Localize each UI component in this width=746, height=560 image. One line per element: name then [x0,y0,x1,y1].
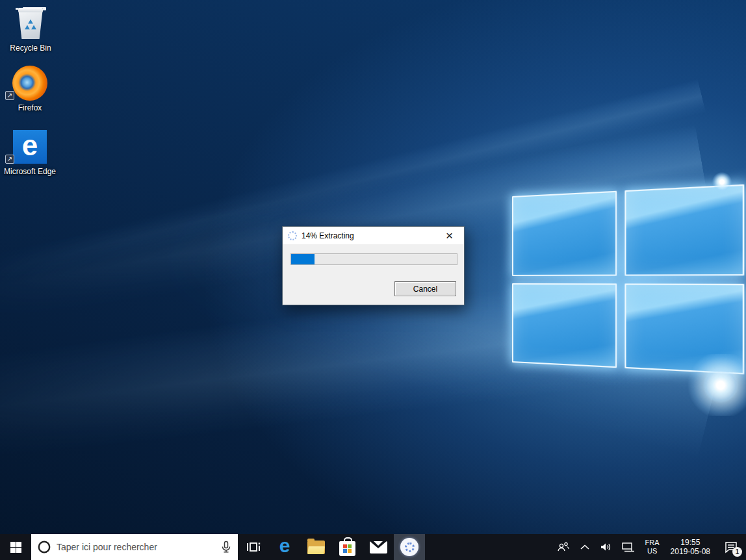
clock-time: 19:55 [680,538,700,547]
dialog-title: 14% Extracting [302,231,354,240]
task-view-icon [246,541,261,554]
dialog-titlebar[interactable]: 14% Extracting × [283,227,464,244]
tray-show-hidden-icons-button[interactable] [575,534,595,560]
windows-hero-logo [512,185,744,375]
tray-people-button[interactable] [552,534,575,560]
cortana-circle-icon [37,540,51,554]
language-code: FRA [645,539,660,547]
notification-badge: 1 [732,547,742,557]
taskbar-empty-area [425,534,552,560]
recycle-bin-icon [16,8,45,39]
extract-progress-bar [290,253,457,265]
desktop-icon-recycle-bin[interactable]: Recycle Bin [2,5,59,53]
store-icon [339,541,355,556]
search-box[interactable] [31,534,238,560]
clock-date: 2019-05-08 [671,547,710,556]
shortcut-arrow-icon: ↗ [5,91,14,100]
desktop: Recycle Bin ↗ Firefox e ↗ Microsoft Edge… [0,0,746,560]
taskbar-button-extractor-active[interactable] [394,534,425,560]
desktop-icon-firefox[interactable]: ↗ Firefox [1,65,58,112]
progress-fill [291,254,315,264]
windows-logo-pane [624,185,745,276]
tray-action-center-button[interactable]: 1 [716,534,746,560]
firefox-icon [12,66,47,101]
extractor-app-icon [288,231,297,240]
speaker-icon [599,541,612,553]
extractor-app-icon [400,538,418,556]
taskbar-button-mail[interactable] [363,534,394,560]
taskbar-button-edge[interactable]: e [269,534,300,560]
people-icon [556,541,571,553]
taskbar: e [0,534,746,560]
edge-icon: e [279,536,290,555]
start-button[interactable] [0,534,31,560]
windows-logo-pane [512,191,617,276]
tray-clock[interactable]: 19:55 2019-05-08 [665,534,716,560]
network-icon [621,541,636,553]
cancel-button[interactable]: Cancel [394,281,456,296]
tray-volume-button[interactable] [595,534,617,560]
shortcut-arrow-icon: ↗ [5,155,14,164]
tray-network-button[interactable] [617,534,640,560]
mail-icon [370,541,387,554]
windows-start-icon [10,542,21,553]
desktop-icon-label: Firefox [1,103,58,112]
edge-icon: e [13,130,47,164]
wallpaper-sparkle [712,172,732,192]
extracting-dialog: 14% Extracting × Cancel [282,226,465,305]
search-input[interactable] [57,542,215,552]
tray-language-button[interactable]: FRA US [640,534,665,560]
chevron-up-icon [580,544,590,550]
keyboard-layout: US [647,547,657,555]
microphone-icon[interactable] [220,541,232,554]
desktop-icon-label: Microsoft Edge [1,167,58,176]
recycle-arrows-icon [22,17,39,34]
taskbar-button-file-explorer[interactable] [300,534,331,560]
close-icon: × [446,229,453,243]
desktop-icon-label: Recycle Bin [2,44,59,53]
taskbar-button-store[interactable] [331,534,363,560]
close-button[interactable]: × [435,227,464,244]
windows-logo-pane [512,283,617,368]
taskbar-button-task-view[interactable] [238,534,269,560]
wallpaper-sparkle [703,368,738,403]
file-explorer-icon [307,541,325,554]
desktop-icon-microsoft-edge[interactable]: e ↗ Microsoft Edge [1,129,58,176]
